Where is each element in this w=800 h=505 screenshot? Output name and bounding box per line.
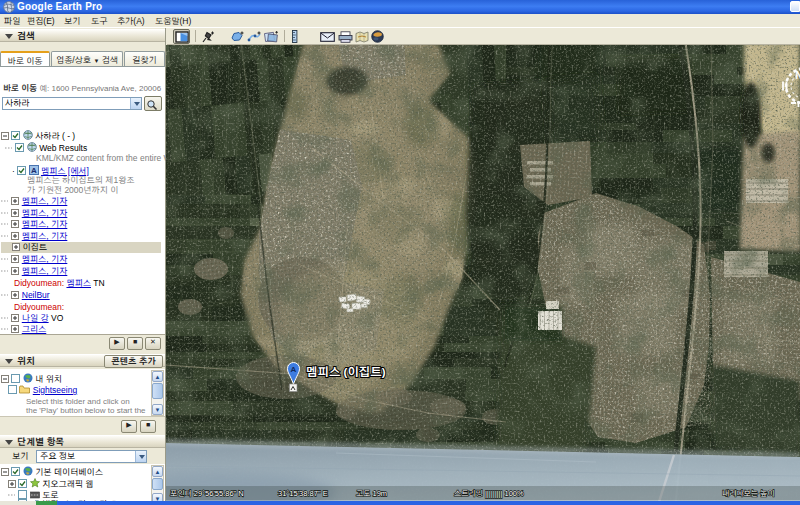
svg-text:31°15'38.87" E: 31°15'38.87" E bbox=[278, 490, 328, 498]
svg-text:내려다보는 높이: 내려다보는 높이 bbox=[722, 489, 775, 498]
svg-text:고도 19m: 고도 19m bbox=[356, 490, 387, 498]
svg-text:스트리밍 ||||||||| 100%: 스트리밍 ||||||||| 100% bbox=[454, 489, 524, 498]
svg-text:N: N bbox=[796, 70, 800, 81]
svg-text:A: A bbox=[291, 365, 297, 374]
svg-text:멤피스 (이집트): 멤피스 (이집트) bbox=[306, 366, 386, 378]
svg-text:포인터 29°56'55.86" N: 포인터 29°56'55.86" N bbox=[170, 489, 244, 498]
svg-text:A: A bbox=[31, 166, 37, 175]
